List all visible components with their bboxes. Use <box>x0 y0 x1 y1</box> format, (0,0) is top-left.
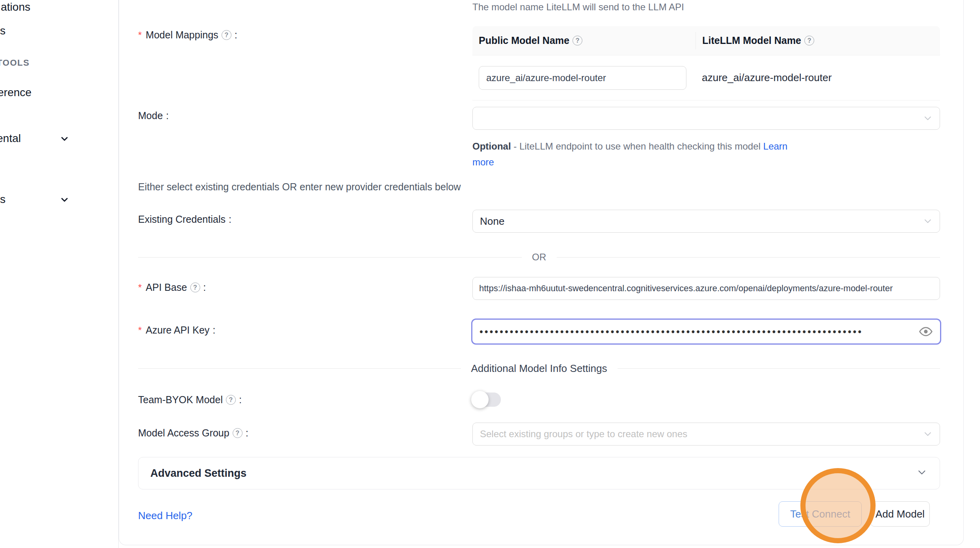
model-mappings-table: Public Model Name ? LiteLLM Model Name ?… <box>472 26 940 100</box>
add-model-button[interactable]: Add Model <box>870 501 930 527</box>
sidebar-item-clipped-3[interactable]: erence <box>0 86 32 99</box>
help-icon[interactable]: ? <box>226 395 236 405</box>
azure-api-key-input[interactable]: ••••••••••••••••••••••••••••••••••••••••… <box>471 319 941 345</box>
api-base-label: * API Base ? : <box>138 282 206 293</box>
team-byok-toggle[interactable] <box>472 393 501 407</box>
sidebar-item-clipped-5[interactable]: s <box>0 193 6 206</box>
required-asterisk: * <box>138 282 142 293</box>
test-connect-button[interactable]: Test Connect <box>779 501 862 527</box>
model-access-group-placeholder: Select existing groups or type to create… <box>480 429 687 440</box>
existing-credentials-label: Existing Credentials : <box>138 214 231 225</box>
mode-select[interactable] <box>472 107 940 130</box>
existing-credentials-value: None <box>480 215 504 228</box>
sidebar: ations s TOOLS erence ental s <box>0 0 119 548</box>
api-base-input[interactable] <box>472 277 940 300</box>
litellm-model-name-value: azure_ai/azure-model-router <box>702 72 832 83</box>
team-byok-label: Team-BYOK Model ? : <box>138 394 242 406</box>
chevron-down-icon[interactable] <box>59 134 70 144</box>
litellm-model-name-header: LiteLLM Model Name ? <box>702 35 814 46</box>
model-mappings-label: * Model Mappings ? : <box>138 29 237 41</box>
need-help-link[interactable]: Need Help? <box>138 510 192 522</box>
required-asterisk: * <box>138 30 142 41</box>
mode-label: Mode : <box>138 110 169 121</box>
help-icon[interactable]: ? <box>222 30 231 40</box>
model-access-group-label: Model Access Group ? : <box>138 427 248 439</box>
help-icon[interactable]: ? <box>572 36 582 46</box>
model-access-group-select[interactable]: Select existing groups or type to create… <box>472 423 940 446</box>
sidebar-item-clipped-2[interactable]: s <box>0 25 6 37</box>
public-model-name-header: Public Model Name ? <box>479 35 582 46</box>
model-mappings-header-row: Public Model Name ? LiteLLM Model Name ? <box>472 26 940 55</box>
advanced-settings-label: Advanced Settings <box>150 467 916 480</box>
eye-icon[interactable] <box>919 324 933 339</box>
chevron-down-icon <box>922 429 933 440</box>
chevron-down-icon <box>922 216 933 227</box>
azure-api-key-label: * Azure API Key : <box>138 324 216 336</box>
chevron-down-icon <box>916 466 928 480</box>
chevron-down-icon[interactable] <box>59 195 70 205</box>
additional-settings-divider: Additional Model Info Settings <box>138 362 940 375</box>
masked-api-key-value: ••••••••••••••••••••••••••••••••••••••••… <box>480 327 919 337</box>
model-mappings-row: azure_ai/azure-model-router <box>472 55 940 100</box>
mode-help-text: Optional - LiteLLM endpoint to use when … <box>472 138 801 170</box>
sidebar-item-clipped-4[interactable]: ental <box>0 132 21 145</box>
advanced-settings-toggle[interactable]: Advanced Settings <box>138 457 940 489</box>
add-model-modal: The model name LiteLLM will send to the … <box>119 0 964 545</box>
mode-help-body: - LiteLLM endpoint to use when health ch… <box>511 141 763 152</box>
sidebar-section-tools: TOOLS <box>0 58 30 68</box>
required-asterisk: * <box>138 325 142 336</box>
model-name-hint: The model name LiteLLM will send to the … <box>472 2 684 13</box>
or-divider: OR <box>138 252 940 263</box>
public-model-name-input[interactable] <box>479 66 686 90</box>
help-icon[interactable]: ? <box>233 428 243 438</box>
credentials-note: Either select existing credentials OR en… <box>138 181 461 193</box>
chevron-down-icon <box>922 113 933 124</box>
toggle-knob <box>471 391 489 408</box>
help-icon[interactable]: ? <box>804 36 814 46</box>
mode-help-bold: Optional <box>472 141 511 152</box>
help-icon[interactable]: ? <box>190 283 200 292</box>
existing-credentials-select[interactable]: None <box>472 210 940 233</box>
sidebar-item-clipped-1[interactable]: ations <box>1 1 30 13</box>
